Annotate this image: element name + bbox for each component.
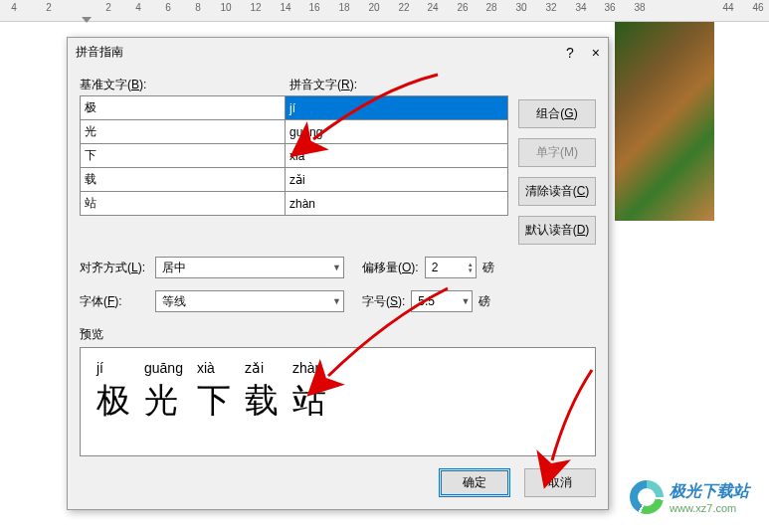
horizontal-ruler: 4 2 2 4 6 8 10 12 14 16 18 20 22 24 26 2… — [0, 0, 769, 22]
fontsize-select[interactable]: 5.5 ▼ — [411, 290, 473, 312]
base-cell[interactable]: 下 — [81, 144, 286, 168]
dialog-title: 拼音指南 — [76, 44, 123, 61]
ruler-tick: 14 — [280, 2, 290, 13]
base-text-label: 基准文字(B): — [80, 77, 289, 93]
clear-reading-button[interactable]: 清除读音(C) — [518, 177, 596, 206]
ruby-cell[interactable]: zhàn — [286, 192, 508, 216]
ok-button[interactable]: 确定 — [439, 468, 510, 497]
watermark-url: www.xz7.com — [670, 502, 749, 514]
single-char-button[interactable]: 单字(M) — [518, 138, 596, 167]
offset-value: 2 — [432, 261, 439, 274]
default-reading-button[interactable]: 默认读音(D) — [518, 216, 596, 245]
logo-icon — [630, 480, 664, 514]
ruler-tick: 32 — [545, 2, 556, 13]
ruler-tick: 28 — [485, 2, 496, 13]
ruler-tick: 36 — [604, 2, 615, 13]
ruler-tick: 46 — [752, 2, 763, 13]
phonetic-guide-dialog: 拼音指南 ? × 基准文字(B): 拼音文字(R): 极 jí — [67, 37, 609, 510]
preview-label: 预览 — [80, 326, 596, 343]
preview-hanzi: 载 — [245, 378, 279, 424]
font-select[interactable]: 等线 ▼ — [155, 290, 344, 312]
point-unit: 磅 — [479, 293, 490, 310]
ruler-tick: 2 — [46, 2, 52, 13]
ruler-tick: 10 — [220, 2, 231, 13]
preview-pinyin: xià — [197, 360, 231, 376]
font-value: 等线 — [162, 293, 186, 310]
point-unit: 磅 — [482, 260, 494, 276]
ruler-tick: 16 — [308, 2, 319, 13]
offset-label: 偏移量(O): — [362, 260, 419, 276]
watermark-logo: 极光下载站 www.xz7.com — [630, 480, 749, 514]
help-button[interactable]: ? — [566, 45, 574, 61]
table-row: 下 xià — [81, 144, 508, 168]
base-cell[interactable]: 站 — [81, 192, 286, 216]
table-row: 极 jí — [81, 96, 508, 120]
ruler-tick: 18 — [338, 2, 349, 13]
preview-pinyin: jí — [96, 360, 130, 376]
preview-hanzi: 光 — [144, 378, 183, 424]
ruler-tick: 8 — [195, 2, 201, 13]
watermark-name: 极光下载站 — [670, 481, 749, 502]
ruler-tick: 30 — [515, 2, 526, 13]
base-cell[interactable]: 光 — [81, 120, 286, 144]
table-row: 载 zǎi — [81, 168, 508, 192]
ruby-cell[interactable]: zǎi — [286, 168, 508, 192]
ruler-tick: 24 — [427, 2, 438, 13]
ruler-tick: 38 — [634, 2, 645, 13]
base-cell[interactable]: 载 — [81, 168, 286, 192]
ruler-tick: 20 — [368, 2, 379, 13]
alignment-label: 对齐方式(L): — [80, 260, 149, 276]
base-cell[interactable]: 极 — [81, 96, 286, 120]
table-row: 光 guāng — [81, 120, 508, 144]
table-row: 站 zhàn — [81, 192, 508, 216]
preview-hanzi: 站 — [292, 378, 326, 424]
chevron-down-icon: ▼ — [461, 296, 470, 306]
preview-area: jí极 guāng光 xià下 zǎi载 zhàn站 — [80, 347, 596, 456]
fontsize-value: 5.5 — [418, 294, 435, 308]
close-button[interactable]: × — [592, 45, 600, 61]
preview-hanzi: 下 — [197, 378, 231, 424]
combine-button[interactable]: 组合(G) — [518, 99, 596, 128]
preview-hanzi: 极 — [96, 378, 130, 424]
ruler-tick: 6 — [165, 2, 171, 13]
ruler-tick: 34 — [575, 2, 586, 13]
document-image — [615, 22, 714, 221]
ruler-tick: 44 — [722, 2, 733, 13]
ruby-text-label: 拼音文字(R): — [289, 77, 596, 93]
preview-pinyin: guāng — [144, 360, 183, 376]
ruby-cell[interactable]: xià — [286, 144, 508, 168]
chevron-down-icon: ▼ — [332, 296, 341, 306]
ruby-cell[interactable]: guāng — [286, 120, 508, 144]
ruler-tick: 4 — [11, 2, 17, 13]
phonetic-table: 极 jí 光 guāng 下 xià 载 zǎi — [80, 95, 508, 216]
ruler-tick: 4 — [135, 2, 141, 13]
ruler-tick: 12 — [250, 2, 261, 13]
font-label: 字体(F): — [80, 293, 149, 310]
preview-pinyin: zǎi — [245, 360, 279, 376]
chevron-down-icon: ▼ — [332, 263, 341, 272]
indent-marker-icon[interactable] — [82, 17, 92, 23]
dialog-titlebar: 拼音指南 ? × — [68, 38, 608, 67]
ruler-tick: 22 — [398, 2, 409, 13]
ruler-tick: 26 — [457, 2, 468, 13]
preview-pinyin: zhàn — [292, 360, 326, 376]
ruby-cell[interactable]: jí — [286, 96, 508, 120]
ruler-tick: 2 — [105, 2, 111, 13]
alignment-select[interactable]: 居中 ▼ — [155, 257, 344, 278]
alignment-value: 居中 — [162, 260, 186, 276]
fontsize-label: 字号(S): — [362, 293, 405, 310]
offset-spinner[interactable]: 2 ▲▼ — [425, 257, 477, 278]
cancel-button[interactable]: 取消 — [524, 468, 596, 497]
spinner-icon: ▲▼ — [468, 262, 474, 273]
